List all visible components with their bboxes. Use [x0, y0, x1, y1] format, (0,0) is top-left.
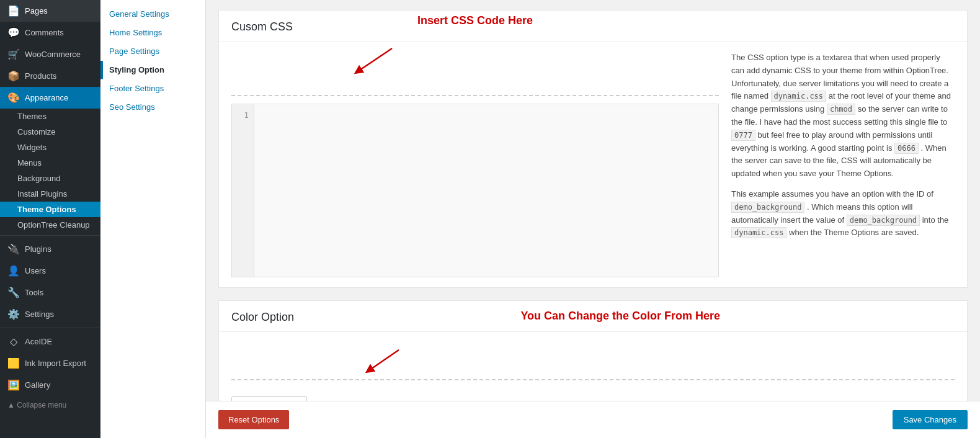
tools-icon: 🔧	[7, 287, 20, 298]
sidebar-item-appearance[interactable]: 🎨 Appearance	[0, 87, 100, 109]
submenu-item-page-settings[interactable]: Page Settings	[100, 42, 205, 61]
divider	[0, 235, 100, 236]
css-annotation-wrapper: Insert CSS Code Here	[231, 51, 719, 277]
color-arrow-icon	[362, 347, 405, 374]
sidebar: 📄 Pages 💬 Comments 🛒 WooCommerce 📦 Produ…	[0, 0, 100, 438]
sidebar-item-pages[interactable]: 📄 Pages	[0, 0, 100, 22]
appearance-icon: 🎨	[7, 92, 20, 104]
main-content: Cusom CSS Insert CSS Code Here	[206, 0, 980, 438]
css-arrow-icon	[349, 45, 398, 76]
sidebar-sub-widgets[interactable]: Widgets	[0, 140, 100, 155]
comments-icon: 💬	[7, 27, 20, 38]
svg-line-3	[369, 350, 399, 370]
color-annotation-wrapper: You Can Change the Color From Here	[231, 342, 955, 401]
content-area: Cusom CSS Insert CSS Code Here	[206, 0, 980, 401]
color-section-body: You Can Change the Color From Here	[219, 332, 967, 401]
css-section-card: Cusom CSS Insert CSS Code Here	[218, 10, 968, 288]
gallery-icon: 🖼️	[7, 379, 20, 391]
reset-options-button[interactable]: Reset Options	[218, 410, 289, 429]
color-annotation-label: You Can Change the Color From Here	[520, 310, 720, 323]
sidebar-item-users[interactable]: 👤 Users	[0, 260, 100, 282]
sidebar-item-tools[interactable]: 🔧 Tools	[0, 282, 100, 303]
submenu-item-styling-option[interactable]: Styling Option	[100, 61, 205, 79]
color-dashed-separator	[231, 379, 955, 380]
color-row: Strong Blue Red Green Yellow Purple Sele…	[231, 389, 955, 401]
color-select-wrapper[interactable]: Strong Blue Red Green Yellow Purple	[231, 396, 307, 401]
sidebar-sub-themes[interactable]: Themes	[0, 109, 100, 124]
settings-icon: ⚙️	[7, 308, 20, 320]
sidebar-item-comments[interactable]: 💬 Comments	[0, 22, 100, 43]
color-section-card: Color Option You Can Change the Color Fr…	[218, 300, 968, 401]
sidebar-item-plugins[interactable]: 🔌 Plugins	[0, 238, 100, 260]
css-section-title: Cusom CSS	[219, 11, 967, 42]
acelide-icon: ◇	[7, 336, 20, 347]
submenu-item-footer-settings[interactable]: Footer Settings	[100, 79, 205, 98]
line-editor: 1	[231, 104, 719, 277]
sidebar-item-ink-import-export[interactable]: 🟨 Ink Import Export	[0, 352, 100, 374]
css-dashed-separator	[231, 95, 719, 96]
submenu-item-general-settings[interactable]: General Settings	[100, 5, 205, 24]
css-info-para-1: The CSS option type is a textarea that w…	[731, 51, 955, 181]
css-info-panel: The CSS option type is a textarea that w…	[731, 51, 955, 277]
css-info-para-2: This example assumes you have an option …	[731, 188, 955, 239]
sidebar-item-settings[interactable]: ⚙️ Settings	[0, 303, 100, 325]
css-section-body: Insert CSS Code Here	[219, 42, 967, 287]
sidebar-sub-background[interactable]: Background	[0, 171, 100, 186]
css-editor-container: Insert CSS Code Here	[231, 51, 719, 277]
css-textarea[interactable]	[254, 104, 718, 277]
sidebar-item-acelide[interactable]: ◇ AceIDE	[0, 331, 100, 352]
users-icon: 👤	[7, 265, 20, 277]
sidebar-sub-customize[interactable]: Customize	[0, 124, 100, 140]
sidebar-collapse-menu[interactable]: ▲ Collapse menu	[0, 396, 100, 414]
save-changes-button[interactable]: Save Changes	[893, 410, 968, 429]
sidebar-item-gallery[interactable]: 🖼️ Gallery	[0, 374, 100, 396]
submenu-item-seo-settings[interactable]: Seo Settings	[100, 98, 205, 117]
sidebar-sub-install-plugins[interactable]: Install Plugins	[0, 186, 100, 202]
woocommerce-icon: 🛒	[7, 48, 20, 60]
footer-bar: Reset Options Save Changes	[206, 401, 980, 438]
pages-icon: 📄	[7, 5, 20, 17]
line-numbers: 1	[232, 104, 254, 277]
plugins-icon: 🔌	[7, 243, 20, 255]
sidebar-sub-theme-options[interactable]: Theme Options	[0, 202, 100, 217]
divider2	[0, 328, 100, 328]
color-select[interactable]: Strong Blue Red Green Yellow Purple	[232, 397, 306, 401]
sidebar-sub-optiontree-cleanup[interactable]: OptionTree Cleanup	[0, 217, 100, 233]
sidebar-item-products[interactable]: 📦 Products	[0, 65, 100, 87]
ink-icon: 🟨	[7, 357, 20, 369]
sidebar-sub-menus[interactable]: Menus	[0, 155, 100, 171]
submenu-panel: General Settings Home Settings Page Sett…	[100, 0, 206, 438]
svg-line-1	[358, 48, 392, 71]
css-annotation-label: Insert CSS Code Here	[417, 14, 533, 27]
submenu-item-home-settings[interactable]: Home Settings	[100, 24, 205, 42]
products-icon: 📦	[7, 70, 20, 82]
sidebar-item-woocommerce[interactable]: 🛒 WooCommerce	[0, 43, 100, 65]
